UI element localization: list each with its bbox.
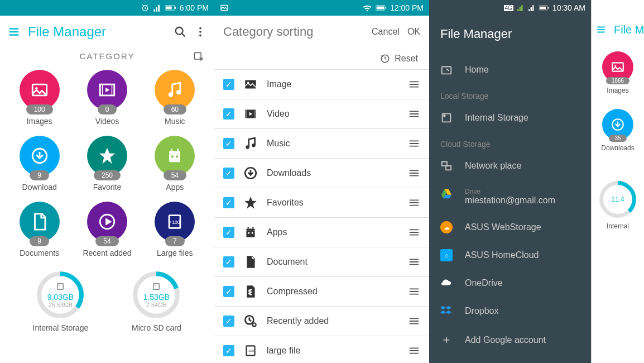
search-icon[interactable]: [174, 26, 186, 38]
svg-rect-22: [169, 154, 180, 163]
sort-item-image[interactable]: ✓ Image: [214, 69, 429, 99]
svg-rect-38: [377, 7, 384, 9]
sort-item-document[interactable]: ✓ Document: [214, 247, 429, 276]
cancel-button[interactable]: Cancel: [372, 27, 400, 37]
drag-handle-icon[interactable]: [408, 137, 420, 150]
sort-item-label: Image: [267, 79, 400, 89]
svg-rect-66: [446, 166, 451, 170]
sort-item-large-file[interactable]: ✓ +100 large file: [214, 336, 429, 363]
status-bar: 4G 10:30 AM: [429, 0, 591, 16]
drag-handle-icon[interactable]: [408, 226, 420, 238]
sort-item-compressed[interactable]: ✓ Compressed: [214, 276, 429, 306]
category-count: 60: [164, 104, 186, 114]
drawer-network-label: Network place: [465, 161, 521, 171]
peek-storage-ring[interactable]: 11.4: [598, 180, 637, 219]
svg-point-53: [248, 232, 249, 233]
drag-handle-icon[interactable]: [408, 285, 420, 298]
drag-handle-icon[interactable]: [408, 167, 420, 179]
checkbox[interactable]: ✓: [223, 286, 234, 297]
more-icon[interactable]: [194, 26, 206, 38]
svg-point-6: [199, 31, 201, 33]
category-documents[interactable]: 9 Documents: [6, 198, 73, 264]
battery-icon: [165, 4, 176, 11]
category-videos[interactable]: 0 Videos: [73, 66, 141, 132]
category-sorting-screen: 12:00 PM Category sorting Cancel OK Rese…: [214, 0, 429, 363]
asus-home-label: ASUS HomeCloud: [465, 250, 539, 260]
drawer-onedrive[interactable]: OneDrive: [429, 269, 591, 297]
drawer-internal-storage[interactable]: Internal Storage: [429, 104, 591, 132]
drawer-asus-webstorage[interactable]: ☁ ASUS WebStorage: [429, 213, 591, 241]
storage-micro-sd-card[interactable]: 1.53GB 7.54GB Micro SD card: [131, 270, 181, 332]
sort-item-recently-added[interactable]: ✓ Recently added: [214, 306, 429, 336]
sort-item-label: Document: [267, 257, 400, 267]
drawer-network[interactable]: Network place: [429, 152, 591, 180]
ok-button[interactable]: OK: [407, 27, 420, 37]
menu-icon[interactable]: [8, 26, 20, 38]
category-favorite[interactable]: 250 Favorite: [73, 132, 141, 198]
sort-item-label: Recently added: [267, 316, 400, 326]
category-label: Large files: [157, 249, 193, 257]
sort-item-icon: [242, 166, 259, 180]
reset-label: Reset: [395, 54, 418, 64]
signal-icon: [153, 3, 162, 12]
category-label: Videos: [95, 117, 119, 126]
drag-handle-icon[interactable]: [408, 78, 420, 90]
drawer-dropbox[interactable]: Dropbox: [429, 297, 591, 325]
checkbox[interactable]: ✓: [223, 197, 234, 208]
checkbox[interactable]: ✓: [223, 138, 234, 149]
drawer-add-account[interactable]: + Add Google account: [429, 325, 591, 355]
reset-row[interactable]: Reset: [214, 48, 429, 69]
drawer-asus-homecloud[interactable]: ⌂ ASUS HomeCloud: [429, 241, 591, 269]
4g-icon: 4G: [504, 5, 513, 11]
checkbox[interactable]: ✓: [223, 345, 234, 356]
sort-item-apps[interactable]: ✓ Apps: [214, 217, 429, 247]
sort-item-video[interactable]: ✓ Video: [214, 99, 429, 128]
checkbox[interactable]: ✓: [223, 168, 234, 179]
category-recent-added[interactable]: 54 Recent added: [73, 198, 141, 264]
drag-handle-icon[interactable]: [408, 345, 420, 357]
svg-point-23: [171, 155, 174, 157]
peek-panel: File M 1866 Images 35 Downloads 11.4 Int…: [591, 0, 644, 363]
category-label: Music: [165, 117, 185, 126]
svg-rect-12: [100, 84, 102, 95]
checkbox[interactable]: ✓: [223, 316, 234, 327]
drive-heading: Drive: [465, 188, 555, 195]
edit-category-icon[interactable]: [193, 51, 204, 62]
storage-internal-storage[interactable]: 9.03GB 25.53GB Internal Storage: [33, 270, 89, 332]
drawer-google-drive[interactable]: Drive miestation@gmail.com: [429, 180, 591, 213]
drag-handle-icon[interactable]: [408, 108, 420, 120]
category-label: Apps: [166, 183, 184, 192]
checkbox[interactable]: ✓: [223, 227, 234, 238]
category-images[interactable]: 100 Images: [6, 66, 73, 132]
drawer-home[interactable]: Home: [429, 56, 591, 84]
svg-point-46: [246, 145, 249, 149]
category-count: 54: [95, 236, 118, 246]
menu-icon[interactable]: [596, 25, 606, 35]
nav-drawer: 4G 10:30 AM File Manager Home Local Stor…: [429, 0, 591, 363]
sort-item-downloads[interactable]: ✓ Downloads: [214, 158, 429, 188]
category-music[interactable]: 60 Music: [141, 66, 209, 132]
sort-item-favorites[interactable]: ✓ Favorites: [214, 188, 429, 217]
category-label: Images: [607, 87, 628, 94]
status-bar: 12:00 PM: [214, 0, 429, 16]
svg-rect-49: [248, 227, 249, 228]
checkbox[interactable]: ✓: [223, 256, 234, 268]
sort-item-music[interactable]: ✓ Music: [214, 128, 429, 158]
category-count: 0: [98, 104, 117, 114]
svg-point-15: [176, 90, 181, 95]
drag-handle-icon[interactable]: [408, 315, 420, 327]
peek-category-images[interactable]: 1866 Images: [602, 48, 633, 101]
peek-category-downloads[interactable]: 35 Downloads: [601, 106, 634, 159]
category-count: 35: [609, 135, 626, 142]
storage-ring: 1.53GB 7.54GB: [131, 270, 181, 320]
checkbox[interactable]: ✓: [223, 79, 234, 90]
drawer-internal-label: Internal Storage: [465, 113, 528, 123]
category-large-files[interactable]: +100 7 Large files: [141, 198, 209, 264]
svg-rect-60: [540, 7, 546, 9]
drag-handle-icon[interactable]: [408, 256, 420, 268]
category-count: 7: [165, 236, 185, 246]
category-apps[interactable]: 54 Apps: [141, 132, 209, 198]
category-download[interactable]: 9 Download: [6, 132, 73, 198]
checkbox[interactable]: ✓: [223, 108, 234, 120]
drag-handle-icon[interactable]: [408, 197, 420, 209]
